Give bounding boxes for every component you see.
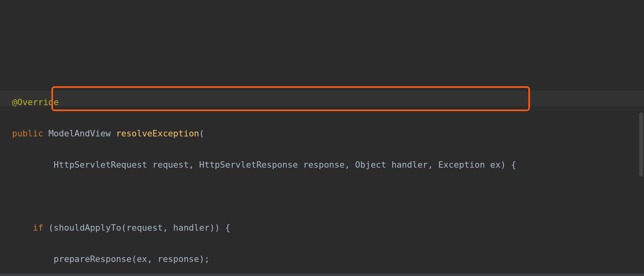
annotation: @Override	[12, 97, 59, 107]
keyword-if: if	[33, 223, 43, 233]
condition: (shouldApplyTo(request, handler)) {	[43, 223, 230, 233]
code-content: @Override public ModelAndView resolveExc…	[12, 79, 644, 276]
code-line: public ModelAndView resolveException(	[12, 126, 644, 141]
code-line: @Override	[12, 94, 644, 110]
type: ModelAndView	[49, 128, 111, 138]
code-line: if (shouldApplyTo(request, handler)) {	[12, 220, 644, 235]
code-line	[12, 189, 644, 204]
code-line: HttpServletRequest request, HttpServletR…	[12, 157, 644, 172]
punct: (	[199, 128, 204, 138]
method-signature: HttpServletRequest request, HttpServletR…	[54, 160, 516, 170]
method-name: resolveException	[116, 128, 199, 138]
keyword-public: public	[12, 128, 43, 138]
code-editor[interactable]: @Override public ModelAndView resolveExc…	[0, 0, 644, 276]
call: prepareResponse(ex, response);	[54, 254, 210, 264]
code-line: prepareResponse(ex, response);	[12, 251, 644, 267]
